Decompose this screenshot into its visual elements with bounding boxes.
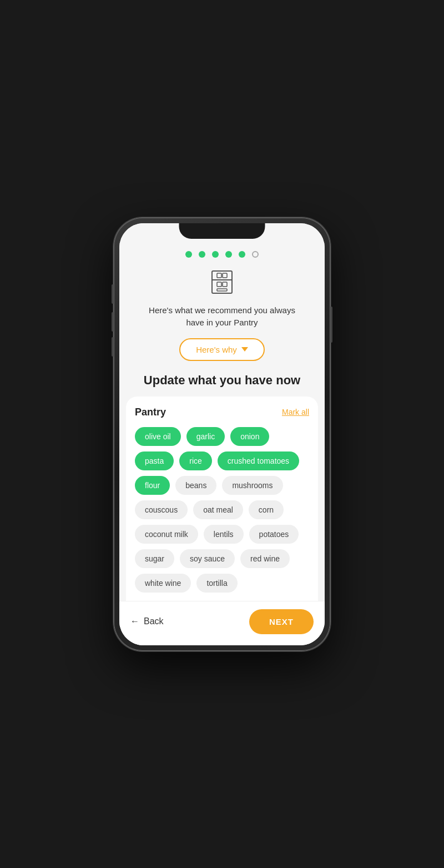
progress-indicator — [119, 251, 325, 258]
tag-mushrooms[interactable]: mushrooms — [222, 476, 282, 495]
tag-lentils[interactable]: lentils — [204, 525, 244, 544]
next-button[interactable]: NEXT — [249, 609, 314, 634]
svg-rect-3 — [223, 273, 227, 278]
back-label: Back — [144, 616, 164, 626]
heres-why-label: Here's why — [196, 345, 237, 354]
phone-frame: Here's what we recommend you always have… — [114, 218, 330, 651]
tag-tortilla[interactable]: tortilla — [196, 574, 237, 593]
tag-oat-meal[interactable]: oat meal — [193, 500, 243, 519]
dot-2 — [199, 251, 205, 258]
tags-container: olive oilgarliconionpastaricecrushed tom… — [135, 427, 309, 593]
tag-corn[interactable]: corn — [249, 500, 284, 519]
phone-screen: Here's what we recommend you always have… — [119, 223, 325, 645]
tag-coconut-milk[interactable]: coconut milk — [135, 525, 198, 544]
svg-rect-2 — [217, 273, 221, 278]
tag-beans[interactable]: beans — [175, 476, 216, 495]
tag-white-wine[interactable]: white wine — [135, 574, 191, 593]
dot-1 — [185, 251, 192, 258]
tag-red-wine[interactable]: red wine — [240, 549, 290, 568]
tag-garlic[interactable]: garlic — [186, 427, 225, 446]
tag-soy-sauce[interactable]: soy sauce — [180, 549, 235, 568]
svg-rect-5 — [223, 282, 227, 287]
card-title: Pantry — [135, 407, 166, 418]
dot-3 — [212, 251, 219, 258]
screen-content: Here's what we recommend you always have… — [119, 223, 325, 645]
tag-crushed-tomatoes[interactable]: crushed tomatoes — [218, 451, 299, 470]
card-header: Pantry Mark all — [135, 407, 309, 418]
pantry-icon-wrap — [119, 268, 325, 297]
pantry-icon — [208, 268, 236, 297]
mark-all-button[interactable]: Mark all — [282, 408, 309, 417]
phone-notch — [179, 223, 265, 239]
svg-rect-0 — [212, 271, 232, 293]
header-text: Here's what we recommend you always have… — [119, 304, 325, 329]
dot-5 — [239, 251, 245, 258]
tags-row: olive oilgarliconionpastaricecrushed tom… — [135, 427, 309, 593]
back-button[interactable]: ← Back — [130, 616, 164, 626]
dot-4 — [225, 251, 232, 258]
dropdown-icon — [241, 347, 248, 352]
heres-why-button[interactable]: Here's why — [179, 338, 265, 361]
tag-rice[interactable]: rice — [179, 451, 212, 470]
tag-flour[interactable]: flour — [135, 476, 170, 495]
tag-pasta[interactable]: pasta — [135, 451, 174, 470]
tag-olive-oil[interactable]: olive oil — [135, 427, 181, 446]
tag-couscous[interactable]: couscous — [135, 500, 188, 519]
bottom-navigation: ← Back NEXT — [119, 601, 325, 645]
back-arrow-icon: ← — [130, 616, 139, 626]
svg-rect-6 — [217, 289, 227, 291]
tag-onion[interactable]: onion — [230, 427, 269, 446]
svg-rect-4 — [217, 282, 221, 287]
update-title: Update what you have now — [119, 373, 325, 388]
tag-sugar[interactable]: sugar — [135, 549, 174, 568]
dot-6 — [252, 251, 259, 258]
tag-potatoes[interactable]: potatoes — [249, 525, 299, 544]
